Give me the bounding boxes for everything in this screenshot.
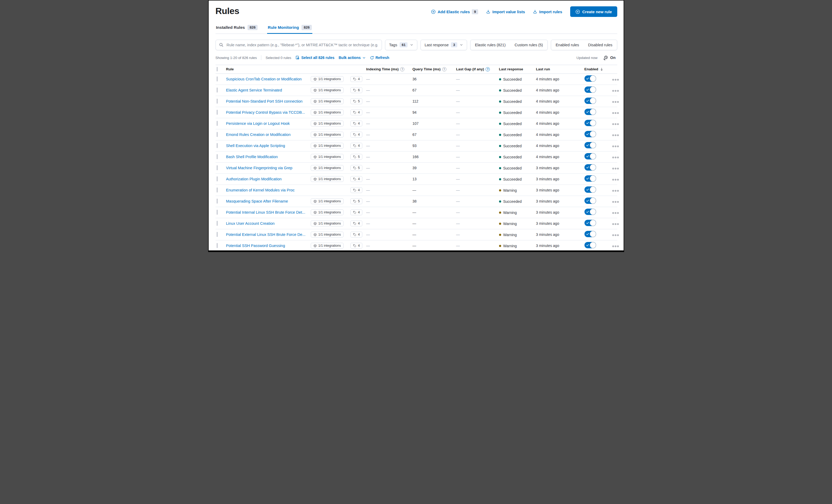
rule-name-link[interactable]: Masquerading Space After Filename: [226, 199, 311, 203]
integrations-badge[interactable]: 1/1 integrations: [311, 232, 343, 237]
row-actions-button[interactable]: [612, 100, 620, 104]
auto-refresh-toggle[interactable]: On: [602, 55, 617, 60]
column-header-enabled[interactable]: Enabled: [584, 67, 611, 71]
rule-name-link[interactable]: Enumeration of Kernel Modules via Proc: [226, 188, 311, 192]
tab-rule-monitoring[interactable]: Rule Monitoring 826: [267, 25, 312, 33]
rule-enabled-toggle[interactable]: [584, 209, 596, 215]
rule-name-link[interactable]: Persistence via Login or Logout Hook: [226, 122, 311, 126]
rule-enabled-toggle[interactable]: [584, 175, 596, 182]
integrations-badge[interactable]: 1/1 integrations: [311, 176, 343, 182]
refresh-button[interactable]: Refresh: [370, 55, 389, 60]
add-elastic-rules-button[interactable]: Add Elastic rules 9: [431, 9, 478, 14]
row-checkbox[interactable]: [217, 99, 217, 104]
rule-name-link[interactable]: Potential External Linux SSH Brute Force…: [226, 233, 311, 237]
last-response-filter-button[interactable]: Last response 3: [420, 39, 467, 50]
integrations-badge[interactable]: 1/1 integrations: [311, 209, 343, 215]
tags-badge[interactable]: 4: [350, 143, 363, 149]
rule-name-link[interactable]: Emond Rules Creation or Modification: [226, 132, 311, 137]
row-actions-button[interactable]: [612, 178, 620, 181]
tab-installed-rules[interactable]: Installed Rules 826: [215, 25, 258, 33]
row-actions-button[interactable]: [612, 189, 620, 192]
row-actions-button[interactable]: [612, 111, 620, 115]
integrations-badge[interactable]: 1/1 integrations: [311, 87, 343, 93]
row-checkbox[interactable]: [217, 243, 217, 248]
row-checkbox[interactable]: [217, 110, 217, 115]
select-all-checkbox[interactable]: [217, 67, 217, 71]
rule-enabled-toggle[interactable]: [584, 197, 596, 204]
integrations-badge[interactable]: 1/1 integrations: [311, 98, 343, 104]
tags-badge[interactable]: 4: [350, 209, 363, 215]
rule-enabled-toggle[interactable]: [584, 153, 596, 159]
rule-enabled-toggle[interactable]: [584, 131, 596, 137]
row-checkbox[interactable]: [217, 198, 217, 204]
row-checkbox[interactable]: [217, 132, 217, 137]
tags-badge[interactable]: 5: [350, 98, 363, 104]
row-actions-button[interactable]: [612, 78, 620, 81]
tags-badge[interactable]: 5: [350, 198, 363, 204]
rule-name-link[interactable]: Bash Shell Profile Modification: [226, 155, 311, 159]
tags-badge[interactable]: 5: [350, 165, 363, 171]
last-gap-help-icon[interactable]: ?: [486, 67, 490, 71]
row-actions-button[interactable]: [612, 144, 620, 148]
rule-name-link[interactable]: Elastic Agent Service Terminated: [226, 88, 311, 92]
enabled-rules-filter[interactable]: Enabled rules: [551, 40, 584, 50]
rule-enabled-toggle[interactable]: [584, 164, 596, 170]
rule-name-link[interactable]: Authorization Plugin Modification: [226, 177, 311, 181]
rule-name-link[interactable]: Suspicious CronTab Creation or Modificat…: [226, 77, 311, 81]
rule-enabled-toggle[interactable]: [584, 98, 596, 104]
row-actions-button[interactable]: [612, 245, 620, 248]
rule-search-input[interactable]: [226, 43, 379, 47]
rule-enabled-toggle[interactable]: [584, 220, 596, 226]
row-checkbox[interactable]: [217, 221, 217, 226]
rule-name-link[interactable]: Linux User Account Creation: [226, 221, 311, 226]
rule-enabled-toggle[interactable]: [584, 242, 596, 248]
tags-badge[interactable]: 4: [350, 232, 363, 237]
row-checkbox[interactable]: [217, 165, 217, 170]
rule-enabled-toggle[interactable]: [584, 186, 596, 193]
tags-badge[interactable]: 5: [350, 154, 363, 160]
tags-badge[interactable]: 4: [350, 187, 363, 193]
tags-badge[interactable]: 4: [350, 132, 363, 137]
rule-name-link[interactable]: Potential Internal Linux SSH Brute Force…: [226, 210, 311, 214]
rule-name-link[interactable]: Virtual Machine Fingerprinting via Grep: [226, 166, 311, 170]
rule-enabled-toggle[interactable]: [584, 109, 596, 115]
row-checkbox[interactable]: [217, 187, 217, 192]
rule-name-link[interactable]: Potential Privacy Control Bypass via TCC…: [226, 110, 311, 114]
indexing-time-help-icon[interactable]: ?: [400, 67, 405, 71]
row-actions-button[interactable]: [612, 134, 620, 137]
integrations-badge[interactable]: 1/1 integrations: [311, 165, 343, 171]
disabled-rules-filter[interactable]: Disabled rules: [584, 40, 617, 50]
query-time-help-icon[interactable]: ?: [442, 67, 446, 71]
rule-enabled-toggle[interactable]: [584, 231, 596, 237]
tags-badge[interactable]: 6: [350, 87, 363, 93]
rule-name-link[interactable]: Potential SSH Password Guessing: [226, 243, 311, 248]
integrations-badge[interactable]: 1/1 integrations: [311, 132, 343, 137]
row-actions-button[interactable]: [612, 234, 620, 237]
row-actions-button[interactable]: [612, 222, 620, 226]
tags-badge[interactable]: 4: [350, 220, 363, 227]
rule-enabled-toggle[interactable]: [584, 86, 596, 93]
row-actions-button[interactable]: [612, 200, 620, 204]
integrations-badge[interactable]: 1/1 integrations: [311, 143, 343, 149]
integrations-badge[interactable]: 1/1 integrations: [311, 109, 343, 115]
row-checkbox[interactable]: [217, 154, 217, 159]
tags-badge[interactable]: 4: [350, 121, 363, 126]
row-checkbox[interactable]: [217, 176, 217, 181]
row-checkbox[interactable]: [217, 121, 217, 126]
row-checkbox[interactable]: [217, 210, 217, 215]
tags-badge[interactable]: 4: [350, 176, 363, 182]
row-checkbox[interactable]: [217, 143, 217, 148]
integrations-badge[interactable]: 1/1 integrations: [311, 154, 343, 160]
rule-enabled-toggle[interactable]: [584, 75, 596, 82]
integrations-badge[interactable]: 1/1 integrations: [311, 198, 343, 204]
row-checkbox[interactable]: [217, 232, 217, 237]
rule-name-link[interactable]: Potential Non-Standard Port SSH connecti…: [226, 99, 311, 103]
rule-enabled-toggle[interactable]: [584, 142, 596, 148]
tags-badge[interactable]: 4: [350, 76, 363, 82]
integrations-badge[interactable]: 1/1 integrations: [311, 76, 343, 82]
import-rules-button[interactable]: Import rules: [533, 9, 562, 14]
integrations-badge[interactable]: 1/1 integrations: [311, 121, 343, 126]
row-actions-button[interactable]: [612, 123, 620, 126]
custom-rules-filter[interactable]: Custom rules (5): [510, 40, 547, 50]
integrations-badge[interactable]: 1/1 integrations: [311, 243, 343, 248]
